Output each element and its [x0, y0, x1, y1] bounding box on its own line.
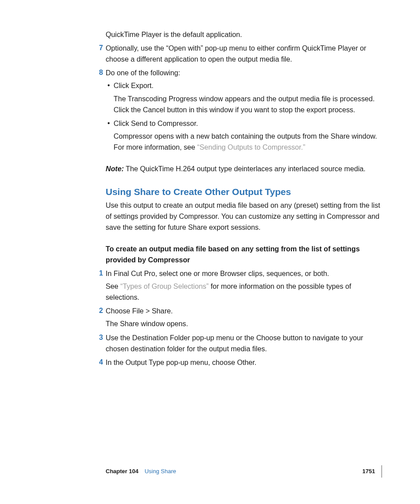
bullet-dot-icon: • [107, 80, 110, 91]
step-7: 7 Optionally, use the “Open with” pop-up… [106, 43, 382, 65]
section-intro: Use this output to create an output medi… [106, 200, 382, 233]
step-8: 8 Do one of the following: • Click Expor… [106, 67, 382, 153]
step-text: In the Output Type pop-up menu, choose O… [106, 358, 257, 366]
step-number: 7 [96, 43, 103, 54]
footer-chapter-label: Chapter 104 [106, 467, 138, 476]
step-number: 2 [96, 305, 103, 316]
numbered-steps-continued: 7 Optionally, use the “Open with” pop-up… [106, 43, 382, 153]
page: QuickTime Player is the default applicat… [0, 0, 420, 504]
note-text: The QuickTime H.264 output type deinterl… [124, 165, 365, 173]
step-text: In Final Cut Pro, select one or more Bro… [106, 269, 329, 277]
link-types-of-group-selections[interactable]: “Types of Group Selections” [120, 282, 209, 290]
step-number: 1 [96, 268, 103, 279]
note-label: Note: [106, 165, 124, 173]
bullet-follow: Compressor opens with a new batch contai… [114, 131, 382, 153]
step-text: Optionally, use the “Open with” pop-up m… [106, 44, 366, 63]
bullet-export: • Click Export. The Transcoding Progress… [114, 80, 382, 115]
step-text: Use the Destination Folder pop-up menu o… [106, 334, 363, 353]
bullet-dot-icon: • [107, 118, 110, 129]
bullet-lead: Click Send to Compressor. [114, 119, 198, 127]
link-sending-outputs[interactable]: “Sending Outputs to Compressor.” [197, 143, 306, 151]
step-number: 4 [96, 357, 103, 368]
page-footer: Chapter 104 Using Share 1751 [106, 465, 382, 478]
footer-chapter-title: Using Share [144, 467, 176, 476]
task-steps: 1 In Final Cut Pro, select one or more B… [106, 268, 382, 368]
after-prefix: See [106, 282, 120, 290]
section-heading: Using Share to Create Other Output Types [106, 186, 382, 198]
task-step-2: 2 Choose File > Share. The Share window … [106, 305, 382, 329]
step-number: 8 [96, 67, 103, 78]
task-step-4: 4 In the Output Type pop-up menu, choose… [106, 357, 382, 368]
intro-line: QuickTime Player is the default applicat… [106, 29, 382, 40]
bullet-lead: Click Export. [114, 81, 154, 89]
task-heading: To create an output media file based on … [106, 243, 382, 265]
bullet-follow: The Transcoding Progress window appears … [114, 93, 382, 115]
step-number: 3 [96, 332, 103, 343]
step-8-bullets: • Click Export. The Transcoding Progress… [106, 80, 382, 153]
step-text: Choose File > Share. [106, 307, 173, 315]
bullet-send-to-compressor: • Click Send to Compressor. Compressor o… [114, 118, 382, 153]
step-text: Do one of the following: [106, 69, 180, 77]
step-after: The Share window opens. [106, 318, 382, 329]
note: Note: The QuickTime H.264 output type de… [106, 163, 382, 174]
footer-page-number: 1751 [362, 467, 375, 476]
task-step-3: 3 Use the Destination Folder pop-up menu… [106, 332, 382, 354]
step-after: See “Types of Group Selections” for more… [106, 281, 382, 303]
task-step-1: 1 In Final Cut Pro, select one or more B… [106, 268, 382, 303]
